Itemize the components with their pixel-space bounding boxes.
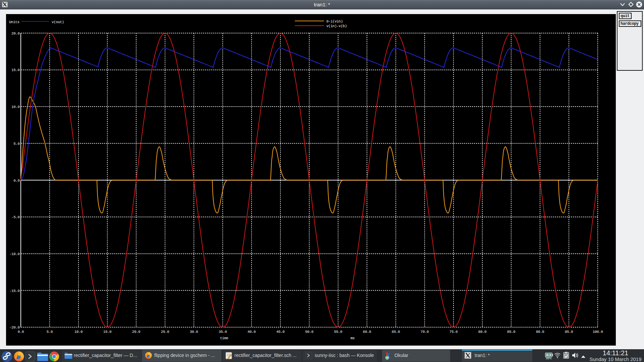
- svg-text:v(out): v(out): [52, 20, 64, 24]
- svg-text:80.0: 80.0: [478, 330, 486, 334]
- svg-text:20.0: 20.0: [132, 330, 140, 334]
- svg-text:0.0: 0.0: [18, 330, 24, 334]
- svg-text:70.0: 70.0: [421, 330, 429, 334]
- svg-text:0-i(vin): 0-i(vin): [326, 19, 343, 23]
- svg-text:35.0: 35.0: [219, 330, 227, 334]
- svg-text:96%: 96%: [546, 357, 551, 360]
- svg-text:15.0: 15.0: [103, 330, 111, 334]
- svg-text:0.0: 0.0: [13, 179, 19, 183]
- svg-text:ms: ms: [351, 336, 355, 340]
- svg-text:45.0: 45.0: [276, 330, 284, 334]
- svg-text:-5.0: -5.0: [11, 215, 19, 219]
- svg-text:85.0: 85.0: [507, 330, 515, 334]
- svg-text:25.0: 25.0: [161, 330, 169, 334]
- svg-text:95.0: 95.0: [565, 330, 573, 334]
- svg-text:Units: Units: [9, 20, 19, 24]
- svg-text:30.0: 30.0: [190, 330, 198, 334]
- svg-text:5.0: 5.0: [13, 142, 19, 146]
- svg-text:-15.0: -15.0: [9, 289, 20, 293]
- svg-text:55.0: 55.0: [334, 330, 342, 334]
- svg-text:-10.0: -10.0: [9, 252, 20, 256]
- svg-text:10.0: 10.0: [74, 330, 83, 334]
- svg-text:15.0: 15.0: [11, 68, 19, 72]
- svg-text:5.0: 5.0: [47, 330, 53, 334]
- svg-text:60.0: 60.0: [363, 330, 371, 334]
- svg-text:time: time: [220, 336, 228, 340]
- svg-text:20.0: 20.0: [11, 32, 19, 36]
- svg-text:-20.0: -20.0: [9, 325, 20, 329]
- svg-text:50.0: 50.0: [305, 330, 313, 334]
- svg-text:v(in)-v(b): v(in)-v(b): [326, 24, 347, 28]
- svg-text:90.0: 90.0: [536, 330, 544, 334]
- svg-text:65.0: 65.0: [392, 330, 400, 334]
- svg-text:100.0: 100.0: [593, 330, 603, 334]
- svg-text:10.0: 10.0: [11, 105, 19, 109]
- svg-text:40.0: 40.0: [248, 330, 256, 334]
- svg-text:75.0: 75.0: [449, 330, 458, 334]
